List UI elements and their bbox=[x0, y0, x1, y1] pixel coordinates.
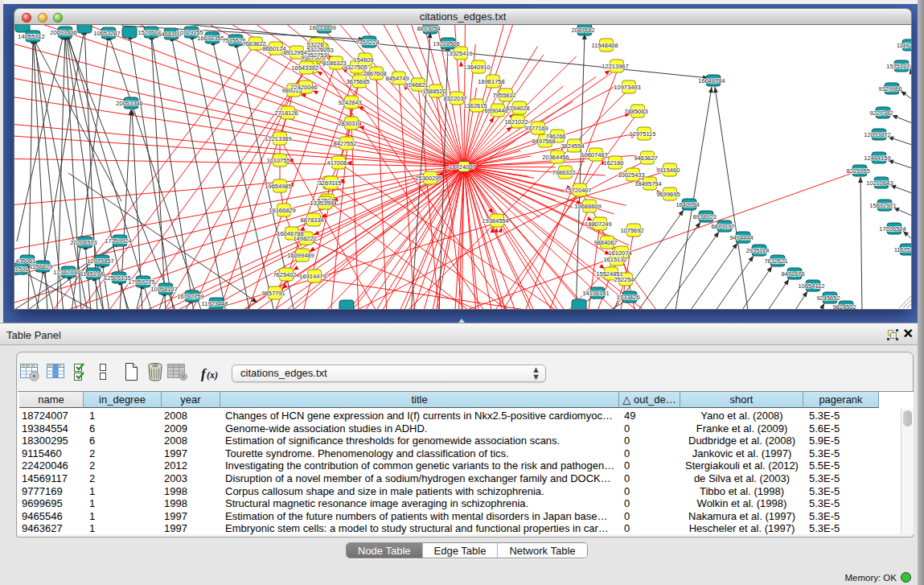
svg-text:10210643: 10210643 bbox=[866, 179, 893, 187]
svg-text:12213389: 12213389 bbox=[265, 135, 291, 142]
svg-text:8186323: 8186323 bbox=[322, 60, 346, 67]
svg-text:162160: 162160 bbox=[603, 159, 623, 167]
svg-text:10688609: 10688609 bbox=[574, 203, 601, 210]
svg-text:12505135: 12505135 bbox=[104, 274, 130, 282]
svg-text:16543392: 16543392 bbox=[291, 64, 318, 72]
svg-text:(x): (x) bbox=[207, 369, 218, 381]
svg-text:15692971: 15692971 bbox=[869, 202, 896, 209]
svg-text:7986322: 7986322 bbox=[552, 169, 575, 176]
svg-text:10654112: 10654112 bbox=[799, 282, 825, 290]
svg-text:16782759: 16782759 bbox=[177, 293, 203, 300]
svg-text:10025433: 10025433 bbox=[618, 171, 644, 179]
svg-text:7357224: 7357224 bbox=[355, 39, 379, 46]
svg-text:8912954: 8912954 bbox=[283, 49, 306, 56]
svg-text:9227342: 9227342 bbox=[869, 109, 893, 117]
svg-text:9857791: 9857791 bbox=[261, 290, 285, 297]
svg-text:1010755: 1010755 bbox=[266, 157, 290, 164]
svg-text:1362615: 1362615 bbox=[463, 102, 487, 109]
svg-text:3675685: 3675685 bbox=[346, 78, 369, 85]
svg-text:20053346: 20053346 bbox=[116, 100, 142, 107]
svg-text:12093872: 12093872 bbox=[864, 131, 890, 138]
svg-text:16671355: 16671355 bbox=[197, 35, 224, 42]
svg-text:16914479: 16914479 bbox=[299, 273, 326, 280]
svg-text:1640954: 1640954 bbox=[676, 201, 699, 208]
svg-text:9699695: 9699695 bbox=[656, 191, 680, 198]
svg-text:1167533: 1167533 bbox=[894, 246, 912, 253]
svg-text:6990448: 6990448 bbox=[484, 107, 507, 114]
svg-text:8813054: 8813054 bbox=[417, 25, 440, 32]
svg-text:8660124: 8660124 bbox=[262, 45, 285, 52]
svg-text:11923448: 11923448 bbox=[202, 300, 228, 307]
svg-text:15751074: 15751074 bbox=[886, 63, 912, 70]
svg-text:20364456: 20364456 bbox=[542, 154, 569, 161]
svg-text:25300295: 25300295 bbox=[415, 175, 441, 182]
svg-text:12975115: 12975115 bbox=[630, 130, 656, 138]
svg-text:19654985: 19654985 bbox=[265, 183, 291, 190]
svg-text:2718126: 2718126 bbox=[274, 109, 298, 117]
svg-text:18807249: 18807249 bbox=[585, 220, 611, 228]
svg-text:1615132: 1615132 bbox=[603, 256, 626, 263]
svg-text:22420046: 22420046 bbox=[290, 84, 317, 91]
svg-text:3824554: 3824554 bbox=[561, 142, 584, 150]
svg-text:746266: 746266 bbox=[545, 133, 565, 140]
svg-text:53226: 53226 bbox=[307, 41, 324, 48]
svg-text:20691406: 20691406 bbox=[50, 29, 76, 36]
svg-text:19166829: 19166829 bbox=[269, 207, 295, 214]
svg-text:10975857: 10975857 bbox=[87, 257, 113, 265]
svg-text:2830314: 2830314 bbox=[338, 120, 361, 127]
svg-text:16099489: 16099489 bbox=[287, 252, 314, 259]
svg-text:9474444: 9474444 bbox=[729, 234, 753, 241]
svg-text:154609: 154609 bbox=[353, 56, 373, 64]
svg-text:8878334: 8878334 bbox=[300, 216, 323, 224]
svg-text:3267115: 3267115 bbox=[318, 179, 342, 187]
svg-text:9242843: 9242843 bbox=[338, 99, 361, 106]
svg-text:13353594: 13353594 bbox=[310, 200, 336, 207]
svg-text:435061: 435061 bbox=[15, 257, 35, 265]
svg-text:9245652: 9245652 bbox=[816, 295, 840, 302]
svg-text:10607487: 10607487 bbox=[581, 151, 607, 159]
svg-text:8215955: 8215955 bbox=[846, 167, 869, 175]
svg-text:1117296: 1117296 bbox=[897, 42, 912, 49]
svg-text:9824502: 9824502 bbox=[832, 303, 856, 311]
svg-text:14136141: 14136141 bbox=[582, 290, 609, 297]
svg-text:7632621: 7632621 bbox=[764, 257, 787, 265]
svg-text:1145194: 1145194 bbox=[80, 270, 104, 278]
svg-text:1075692: 1075692 bbox=[620, 227, 643, 234]
svg-text:15720407: 15720407 bbox=[565, 187, 591, 194]
svg-text:13325419: 13325419 bbox=[446, 50, 472, 57]
svg-text:7955812: 7955812 bbox=[492, 92, 515, 99]
svg-text:8471676: 8471676 bbox=[781, 270, 804, 278]
svg-text:12444159: 12444159 bbox=[864, 154, 890, 162]
svg-text:2867608: 2867608 bbox=[363, 70, 386, 77]
svg-text:16033809: 16033809 bbox=[309, 25, 335, 31]
svg-text:12213967: 12213967 bbox=[602, 63, 628, 70]
svg-text:1733426: 1733426 bbox=[616, 294, 639, 301]
svg-text:18724007: 18724007 bbox=[449, 163, 475, 171]
svg-text:1588520: 1588520 bbox=[422, 88, 446, 95]
svg-text:12342717: 12342717 bbox=[53, 269, 80, 276]
svg-text:391591: 391591 bbox=[14, 266, 29, 273]
svg-text:11548408: 11548408 bbox=[592, 42, 618, 49]
svg-text:9777169: 9777169 bbox=[524, 125, 548, 132]
svg-text:14055712: 14055712 bbox=[18, 33, 44, 40]
svg-text:16648784: 16648784 bbox=[698, 77, 725, 84]
svg-text:9329966: 9329966 bbox=[878, 85, 901, 93]
svg-text:17016504: 17016504 bbox=[879, 225, 906, 233]
svg-text:9463627: 9463627 bbox=[634, 154, 657, 162]
svg-text:16961758: 16961758 bbox=[478, 78, 504, 85]
svg-text:13640910: 13640910 bbox=[463, 64, 490, 71]
svg-text:2087682: 2087682 bbox=[571, 27, 594, 34]
svg-text:17957275: 17957275 bbox=[128, 278, 154, 286]
svg-text:7625402: 7625402 bbox=[273, 271, 296, 278]
svg-text:10958107: 10958107 bbox=[150, 286, 177, 293]
svg-text:20206573: 20206573 bbox=[70, 239, 97, 246]
svg-text:6794028: 6794028 bbox=[506, 105, 529, 112]
svg-text:2935114: 2935114 bbox=[746, 247, 770, 254]
svg-text:252254: 252254 bbox=[614, 276, 634, 283]
svg-text:19218506: 19218506 bbox=[433, 40, 459, 47]
svg-text:8427552: 8427552 bbox=[333, 140, 356, 147]
svg-text:352753: 352753 bbox=[306, 51, 326, 59]
svg-text:6879197: 6879197 bbox=[711, 223, 734, 230]
svg-text:19384554: 19384554 bbox=[482, 217, 508, 225]
svg-text:9115460: 9115460 bbox=[657, 167, 680, 174]
